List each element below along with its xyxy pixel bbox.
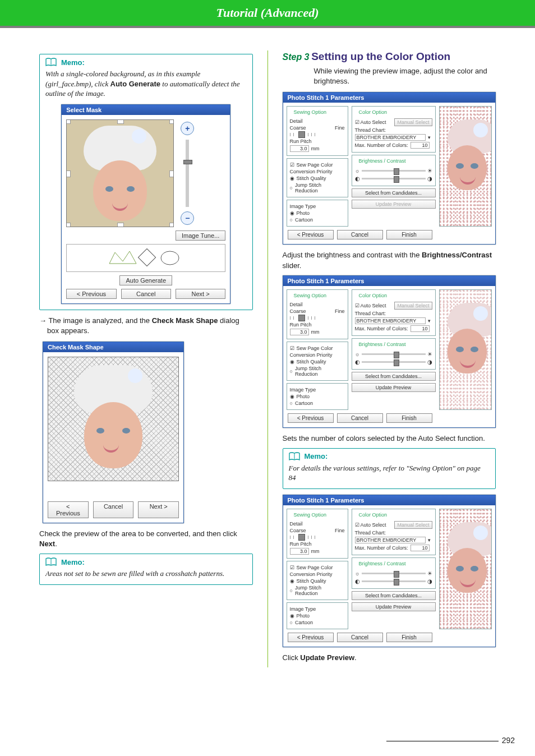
previous-button[interactable]: < Previous <box>48 501 89 518</box>
brightness-slider[interactable]: ☼☀ <box>355 570 432 577</box>
step-number: Step 3 <box>283 52 310 62</box>
update-preview-button[interactable]: Update Preview <box>352 383 436 392</box>
brightness-slider[interactable]: ☼☀ <box>355 351 432 357</box>
label: Run Pitch <box>290 541 345 547</box>
photo-stitch-dialog: Photo Stitch 1 Parameters Sewing Option … <box>283 275 496 428</box>
shape-selector[interactable] <box>66 244 225 272</box>
previous-button[interactable]: < Previous <box>288 413 334 423</box>
cartoon-radio[interactable]: Cartoon <box>295 400 313 406</box>
sew-page-color-checkbox[interactable]: Sew Page Color <box>297 345 333 351</box>
label: Thread Chart: <box>355 127 432 133</box>
contrast-slider[interactable]: ◐◑ <box>355 578 432 584</box>
cartoon-radio[interactable]: Cartoon <box>295 620 313 625</box>
text-bold: Next <box>39 540 55 548</box>
color-option-group: Color Option ☑ Auto Select Manual Select… <box>352 106 436 153</box>
contrast-slider[interactable]: ◐◑ <box>355 359 432 365</box>
cancel-button[interactable]: Cancel <box>337 413 383 423</box>
next-button[interactable]: Next > <box>176 289 225 299</box>
label: Coarse <box>290 125 306 131</box>
detail-slider[interactable] <box>290 534 345 540</box>
group-label: Sewing Option <box>292 109 329 115</box>
group-label: Brightness / Contrast <box>357 342 408 347</box>
thread-chart-select[interactable]: BROTHER EMBROIDERY <box>355 317 426 324</box>
select-candidates-button[interactable]: Select from Candidates... <box>352 372 436 381</box>
group-label: Brightness / Contrast <box>357 158 408 164</box>
cartoon-radio[interactable]: Cartoon <box>295 217 313 223</box>
auto-generate-button[interactable]: Auto Generate <box>119 275 172 285</box>
contrast-slider[interactable]: ◐◑ <box>355 176 432 182</box>
right-column: Step 3 Setting up the Color Option While… <box>283 50 496 667</box>
chevron-down-icon[interactable]: ▾ <box>428 318 431 324</box>
stitch-quality-radio[interactable]: Stitch Quality <box>297 578 326 584</box>
chevron-down-icon[interactable]: ▾ <box>428 537 431 543</box>
cancel-button[interactable]: Cancel <box>337 230 383 239</box>
svg-rect-2 <box>139 248 156 266</box>
step-heading: Step 3 Setting up the Color Option <box>283 50 496 63</box>
memo-box: Memo: With a single-colored background, … <box>39 54 253 310</box>
detail-slider[interactable] <box>290 315 345 321</box>
update-preview-button[interactable]: Update Preview <box>352 602 436 611</box>
zoom-out-icon[interactable]: − <box>181 211 194 225</box>
cancel-button[interactable]: Cancel <box>121 289 171 299</box>
contrast-low-icon: ◐ <box>355 578 360 584</box>
mask-image[interactable] <box>66 119 174 227</box>
sew-page-color-checkbox[interactable]: Sew Page Color <box>297 162 333 168</box>
label: Conversion Priority <box>290 169 345 174</box>
finish-button[interactable]: Finish <box>386 413 432 423</box>
detail-slider[interactable] <box>290 132 345 137</box>
run-pitch-input[interactable]: 3.0 <box>290 329 309 335</box>
sewing-option-group: Sewing Option Detail Coarse Fine Run Pit… <box>287 106 348 156</box>
cancel-button[interactable]: Cancel <box>93 501 134 518</box>
sun-bright-icon: ☀ <box>427 570 432 577</box>
sew-page-color-checkbox[interactable]: Sew Page Color <box>297 565 333 570</box>
memo-label: Memo: <box>61 558 85 566</box>
thread-chart-select[interactable]: BROTHER EMBROIDERY <box>355 537 426 543</box>
max-colors-input[interactable]: 10 <box>411 142 430 149</box>
label: Fine <box>335 528 345 533</box>
image-tune-button[interactable]: Image Tune... <box>176 231 225 241</box>
brightness-slider[interactable]: ☼☀ <box>355 168 432 174</box>
label: Thread Chart: <box>355 530 432 536</box>
next-button[interactable]: Next > <box>138 501 179 518</box>
group-label: Color Option <box>357 109 389 115</box>
text: Click <box>283 653 301 662</box>
max-colors-input[interactable]: 10 <box>411 545 430 551</box>
memo-body: With a single-colored background, as in … <box>45 69 247 99</box>
auto-select-checkbox[interactable]: Auto Select <box>361 303 386 308</box>
jump-reduction-radio[interactable]: Jump Stitch Reduction <box>295 585 345 596</box>
auto-select-checkbox[interactable]: Auto Select <box>361 119 386 125</box>
select-candidates-button[interactable]: Select from Candidates... <box>352 591 436 600</box>
sun-dim-icon: ☼ <box>355 168 360 174</box>
cancel-button[interactable]: Cancel <box>337 633 383 642</box>
zoom-in-icon[interactable]: + <box>181 122 194 135</box>
preview-image <box>439 289 492 410</box>
dialog-title: Photo Stitch 1 Parameters <box>283 276 496 286</box>
stitch-quality-radio[interactable]: Stitch Quality <box>297 176 326 181</box>
select-candidates-button[interactable]: Select from Candidates... <box>352 188 436 197</box>
photo-radio[interactable]: Photo <box>297 613 310 619</box>
label: Max. Number of Colors: <box>355 142 408 148</box>
auto-select-checkbox[interactable]: Auto Select <box>361 522 386 528</box>
photo-radio[interactable]: Photo <box>297 394 310 399</box>
finish-button[interactable]: Finish <box>386 230 432 239</box>
photo-radio[interactable]: Photo <box>297 210 310 216</box>
stitch-quality-radio[interactable]: Stitch Quality <box>297 359 326 365</box>
previous-button[interactable]: < Previous <box>288 230 334 239</box>
thread-chart-select[interactable]: BROTHER EMBROIDERY <box>355 134 426 141</box>
text-bold: Brightness/Contrast <box>422 251 492 259</box>
dialog-title: Select Mask <box>62 105 230 115</box>
run-pitch-input[interactable]: 3.0 <box>290 145 309 152</box>
chevron-down-icon[interactable]: ▾ <box>428 135 431 140</box>
group-label: Sewing Option <box>292 293 329 298</box>
previous-button[interactable]: < Previous <box>288 633 334 642</box>
zoom-slider[interactable] <box>186 140 189 207</box>
finish-button[interactable]: Finish <box>386 633 432 642</box>
jump-reduction-radio[interactable]: Jump Stitch Reduction <box>295 366 345 377</box>
previous-button[interactable]: < Previous <box>66 289 116 299</box>
text: Adjust the brightness and contrast with … <box>283 251 422 259</box>
max-colors-input[interactable]: 10 <box>411 325 430 332</box>
mask-preview <box>48 357 179 481</box>
contrast-low-icon: ◐ <box>355 176 360 182</box>
jump-reduction-radio[interactable]: Jump Stitch Reduction <box>295 182 345 193</box>
run-pitch-input[interactable]: 3.0 <box>290 548 309 555</box>
